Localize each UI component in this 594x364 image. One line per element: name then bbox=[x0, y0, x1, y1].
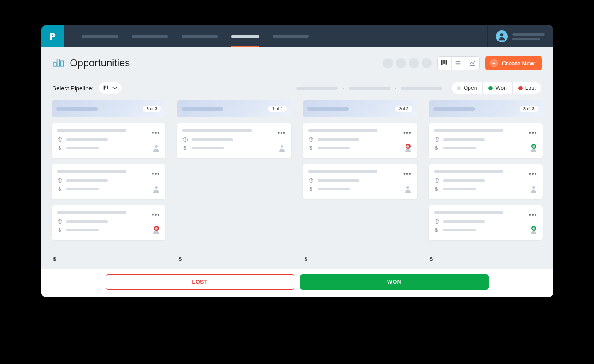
view-chart-button[interactable] bbox=[465, 57, 479, 70]
opportunity-card[interactable]: •••$ bbox=[429, 205, 543, 240]
card-menu-icon[interactable]: ••• bbox=[529, 129, 537, 136]
card-title-placeholder bbox=[434, 211, 503, 214]
svg-point-36 bbox=[532, 186, 535, 189]
card-menu-icon[interactable]: ••• bbox=[403, 129, 412, 136]
column-header[interactable]: 2of 2 bbox=[303, 100, 417, 117]
card-owner-icon[interactable] bbox=[404, 144, 412, 153]
footer-actions: LOST WON bbox=[41, 269, 553, 297]
card-owner-icon[interactable] bbox=[278, 144, 286, 153]
card-menu-icon[interactable]: ••• bbox=[277, 129, 286, 136]
card-menu-icon[interactable]: ••• bbox=[152, 129, 160, 136]
card-owner-icon[interactable] bbox=[404, 185, 412, 194]
opportunity-card[interactable]: •••$ bbox=[303, 123, 417, 158]
kanban-column: 3 of 3•••$•••$•••$ bbox=[46, 100, 172, 247]
pipeline-selector[interactable] bbox=[98, 82, 122, 94]
app-logo[interactable] bbox=[41, 25, 64, 47]
card-menu-icon[interactable]: ••• bbox=[529, 211, 537, 218]
card-date-row bbox=[308, 137, 412, 142]
mark-lost-button[interactable]: LOST bbox=[106, 274, 294, 290]
svg-text:$: $ bbox=[184, 145, 187, 151]
card-value-row: $ bbox=[434, 186, 537, 192]
card-menu-icon[interactable]: ••• bbox=[403, 170, 412, 177]
nav-item-5[interactable] bbox=[273, 26, 309, 47]
column-count: 3 of 3 bbox=[520, 106, 538, 112]
breadcrumb-placeholder: › › bbox=[296, 86, 442, 91]
card-owner-icon[interactable] bbox=[530, 226, 537, 235]
person-icon bbox=[530, 226, 537, 234]
svg-point-27 bbox=[406, 145, 409, 148]
header-dot[interactable] bbox=[396, 58, 406, 68]
opportunity-card[interactable]: •••$ bbox=[429, 164, 543, 199]
column-count: 3 of 3 bbox=[143, 106, 161, 112]
card-title-placeholder bbox=[57, 129, 126, 132]
status-chip-won[interactable]: Won bbox=[483, 82, 512, 94]
card-value-row: $ bbox=[57, 145, 160, 151]
svg-text:$: $ bbox=[58, 145, 61, 151]
card-title-placeholder bbox=[57, 211, 126, 214]
svg-point-33 bbox=[532, 145, 535, 148]
clock-icon bbox=[434, 178, 440, 183]
opportunity-card[interactable]: •••$ bbox=[303, 164, 417, 199]
opportunity-card[interactable]: •••$ bbox=[429, 123, 543, 158]
column-count: 1 of 1 bbox=[268, 106, 287, 112]
card-owner-icon[interactable] bbox=[153, 226, 160, 235]
card-owner-icon[interactable] bbox=[530, 144, 537, 153]
svg-rect-5 bbox=[443, 60, 445, 64]
column-header[interactable]: 1 of 1 bbox=[177, 100, 291, 117]
create-new-button[interactable]: + Create New bbox=[485, 56, 542, 70]
clock-icon bbox=[57, 137, 63, 142]
card-menu-icon[interactable]: ••• bbox=[529, 170, 537, 177]
person-icon bbox=[153, 226, 160, 234]
dollar-icon: $ bbox=[57, 227, 63, 233]
person-icon bbox=[153, 185, 160, 193]
dollar-icon: $ bbox=[434, 227, 440, 233]
column-totals-row: $ $ $ $ bbox=[41, 249, 553, 269]
card-menu-icon[interactable]: ••• bbox=[152, 170, 160, 177]
card-date-row bbox=[57, 137, 160, 142]
nav-item-3[interactable] bbox=[182, 26, 218, 47]
card-date-row bbox=[434, 178, 537, 183]
svg-text:$: $ bbox=[309, 186, 312, 192]
column-total: $ bbox=[46, 249, 172, 269]
svg-text:$: $ bbox=[430, 256, 433, 262]
status-chip-open[interactable]: Open bbox=[451, 82, 483, 94]
svg-text:$: $ bbox=[304, 256, 307, 262]
nav-item-2[interactable] bbox=[132, 26, 168, 47]
svg-rect-1 bbox=[53, 62, 56, 66]
dollar-icon: $ bbox=[428, 256, 435, 262]
card-title-placeholder bbox=[57, 170, 126, 173]
view-kanban-button[interactable] bbox=[438, 57, 452, 70]
card-date-row bbox=[434, 137, 537, 142]
column-header[interactable]: 3 of 3 bbox=[429, 100, 543, 117]
nav-item-1[interactable] bbox=[82, 26, 118, 47]
user-menu[interactable] bbox=[487, 25, 553, 47]
dollar-icon: $ bbox=[434, 145, 440, 151]
card-menu-icon[interactable]: ••• bbox=[152, 211, 160, 218]
svg-rect-10 bbox=[104, 86, 105, 90]
column-total: $ bbox=[297, 249, 423, 269]
mark-won-button[interactable]: WON bbox=[300, 274, 489, 290]
opportunity-card[interactable]: •••$ bbox=[52, 123, 166, 158]
opportunity-card[interactable]: •••$ bbox=[177, 123, 291, 158]
view-list-button[interactable] bbox=[452, 57, 465, 70]
status-chip-lost[interactable]: Lost bbox=[513, 82, 541, 94]
header-dot[interactable] bbox=[422, 58, 432, 68]
column-header[interactable]: 3 of 3 bbox=[52, 100, 166, 117]
clock-icon bbox=[434, 137, 440, 142]
header-dot[interactable] bbox=[409, 58, 419, 68]
opportunity-card[interactable]: •••$ bbox=[52, 205, 166, 240]
card-title-placeholder bbox=[434, 129, 503, 132]
clock-icon bbox=[57, 219, 63, 224]
card-owner-icon[interactable] bbox=[153, 144, 160, 153]
top-nav bbox=[41, 25, 553, 47]
user-avatar bbox=[496, 30, 508, 42]
person-icon bbox=[530, 185, 537, 193]
header-dot[interactable] bbox=[383, 58, 393, 68]
card-owner-icon[interactable] bbox=[530, 185, 537, 194]
chevron-down-icon bbox=[112, 86, 117, 90]
card-owner-icon[interactable] bbox=[153, 185, 160, 194]
dollar-icon: $ bbox=[308, 145, 314, 151]
svg-rect-3 bbox=[60, 61, 63, 66]
nav-item-4-active[interactable] bbox=[231, 26, 259, 47]
opportunity-card[interactable]: •••$ bbox=[52, 164, 166, 199]
